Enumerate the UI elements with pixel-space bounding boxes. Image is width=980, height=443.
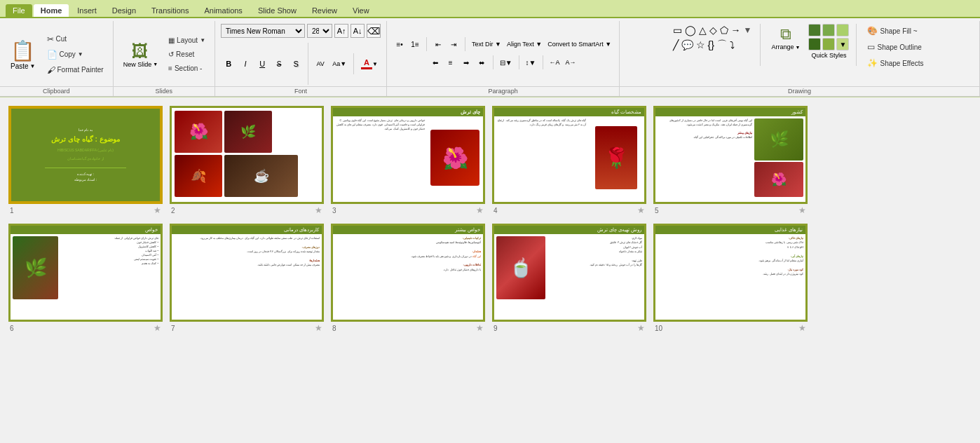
slide7-body: استفاده از چای ترش در طب سنتی سابقه طولا… <box>172 234 322 317</box>
shape-outline-button[interactable]: ▭ Shape Outline <box>864 40 927 54</box>
shape-effects-button[interactable]: ✨ Shape Effects <box>864 56 927 70</box>
ellipse-icon[interactable]: ◯ <box>684 24 697 36</box>
ribbon: File Home Insert Design Transitions Anim… <box>0 0 980 97</box>
tab-review[interactable]: Review <box>305 4 344 17</box>
qs-more[interactable]: ▼ <box>836 38 849 50</box>
slide-star-2: ★ <box>315 205 322 215</box>
slide-frame-8[interactable]: خواص بیشتر ترکیبات شیمیایی: آنتوسیانین‌ه… <box>331 224 485 322</box>
slide1-presenter1: تهیه کننده : <box>77 171 94 177</box>
strikethrough-button[interactable]: S <box>271 56 287 71</box>
shape-fill-button[interactable]: 🎨 Shape Fill ~ <box>864 24 927 38</box>
reset-button[interactable]: ↺ Reset <box>165 48 209 60</box>
slide-thumb-7[interactable]: کاربردهای درمانی استفاده از چای ترش در ط… <box>170 224 324 333</box>
justify-button[interactable]: ⬌ <box>475 55 489 69</box>
tab-view[interactable]: View <box>346 4 376 17</box>
decrease-indent-button[interactable]: ⇤ <box>431 37 445 51</box>
section-button[interactable]: ≡ Section - <box>165 62 209 74</box>
layout-button[interactable]: ▦ Layout ▼ <box>165 34 209 46</box>
slide-thumb-10[interactable]: نیازهای غذایی نیازهای خاکی: خاک شنی-رسی … <box>653 224 808 333</box>
case-button[interactable]: Aa▼ <box>329 56 349 71</box>
qs-item-5[interactable] <box>822 38 835 50</box>
align-left-button[interactable]: ⬅ <box>428 55 442 69</box>
bracket-icon[interactable]: {} <box>707 39 715 51</box>
star-icon[interactable]: ☆ <box>695 39 706 51</box>
arrow-icon[interactable]: → <box>730 24 742 36</box>
italic-button[interactable]: I <box>238 56 253 71</box>
slide-thumb-1[interactable]: به نام خدا موضوع : گیاه چای ترش HIBISCUS… <box>8 106 163 215</box>
qs-item-2[interactable] <box>822 24 835 36</box>
drawing-group: ▭ ◯ △ ◇ ⬠ → ▼ ╱ 💬 ☆ {} ⌒ ⤵ <box>620 21 980 96</box>
ltr-button[interactable]: A→ <box>564 55 578 69</box>
copy-button[interactable]: 📄 Copy ▼ <box>43 48 107 62</box>
slide-frame-4[interactable]: مشخصات گیاه گیاه چای ترش یک گیاه یکساله … <box>492 106 646 204</box>
more-shapes-icon[interactable]: ▼ <box>743 25 753 36</box>
slide-thumb-9[interactable]: روش تهیه‌ی چای ترش 🍵 مواد لازم: گل خشک چ… <box>492 224 646 333</box>
tab-home[interactable]: Home <box>34 4 69 17</box>
tab-animations[interactable]: Animations <box>197 4 249 17</box>
convert-smartart-button[interactable]: Convert to SmartArt ▼ <box>545 37 613 51</box>
bold-button[interactable]: B <box>221 56 236 71</box>
qs-item-1[interactable] <box>808 24 821 36</box>
qs-item-4[interactable] <box>808 38 821 50</box>
align-text-button[interactable]: Align Text ▼ <box>505 37 544 51</box>
clear-format-button[interactable]: ⌫ <box>367 24 381 38</box>
cut-button[interactable]: ✂ Cut <box>43 32 107 46</box>
slide-star-5: ★ <box>798 205 806 215</box>
diamond-icon[interactable]: ◇ <box>709 24 718 36</box>
slide4-img: 🌹 <box>588 116 644 199</box>
slide6-body: چای ترش دارای خواص فراوانی از جمله: • کا… <box>60 236 158 315</box>
rectangle-icon[interactable]: ▭ <box>672 24 683 36</box>
underline-button[interactable]: U <box>254 56 270 71</box>
slide-thumb-5[interactable]: کشور این گیاه بومی آفریقای غربی است اما … <box>653 106 808 215</box>
numbering-button[interactable]: 1≡ <box>408 37 422 51</box>
increase-indent-button[interactable]: ⇥ <box>447 37 461 51</box>
text-direction-button[interactable]: Text Dir ▼ <box>470 37 503 51</box>
new-slide-button[interactable]: 🖼 New Slide ▼ <box>119 40 162 69</box>
quick-styles-button[interactable]: ▼ Quick Styles <box>808 24 849 59</box>
increase-font-button[interactable]: A↑ <box>334 24 348 38</box>
shadow-button[interactable]: S <box>288 56 304 71</box>
line-spacing-button[interactable]: ↕▼ <box>524 55 538 69</box>
slide-frame-2[interactable]: 🌺 🌿 🍂 ☕ <box>170 106 324 204</box>
rtl-button[interactable]: ←A <box>547 55 562 69</box>
arrange-button[interactable]: ⧉ Arrange ▼ <box>768 24 805 52</box>
slide-star-4: ★ <box>637 205 645 215</box>
callout-icon[interactable]: 💬 <box>681 39 694 51</box>
align-right-button[interactable]: ➡ <box>459 55 473 69</box>
slide-thumb-8[interactable]: خواص بیشتر ترکیبات شیمیایی: آنتوسیانین‌ه… <box>331 224 485 333</box>
font-size-select[interactable]: 28 <box>307 24 332 38</box>
line-icon[interactable]: ╱ <box>672 39 679 51</box>
curve-icon[interactable]: ⌒ <box>716 38 728 52</box>
slide-star-7: ★ <box>315 323 322 333</box>
paste-button[interactable]: 📋 Paste ▼ <box>6 37 41 72</box>
tab-file[interactable]: File <box>6 4 32 17</box>
columns-button[interactable]: ⊟▼ <box>498 55 515 69</box>
tab-transitions[interactable]: Transitions <box>144 4 196 17</box>
align-center-button[interactable]: ≡ <box>444 55 458 69</box>
decrease-font-button[interactable]: A↓ <box>351 24 365 38</box>
copy-icon: 📄 <box>47 50 57 60</box>
slide-thumb-2[interactable]: 🌺 🌿 🍂 ☕ 2 ★ <box>170 106 324 215</box>
pentagon-icon[interactable]: ⬠ <box>719 24 729 36</box>
slide-frame-7[interactable]: کاربردهای درمانی استفاده از چای ترش در ط… <box>170 224 324 322</box>
format-painter-button[interactable]: 🖌 Format Painter <box>43 63 107 77</box>
char-spacing-button[interactable]: AV <box>313 56 328 71</box>
slide-frame-9[interactable]: روش تهیه‌ی چای ترش 🍵 مواد لازم: گل خشک چ… <box>492 224 646 322</box>
tab-design[interactable]: Design <box>105 4 143 17</box>
tab-slideshow[interactable]: Slide Show <box>251 4 304 17</box>
bullets-button[interactable]: ≡• <box>393 37 407 51</box>
triangle-icon[interactable]: △ <box>698 24 707 36</box>
slide-thumb-4[interactable]: مشخصات گیاه گیاه چای ترش یک گیاه یکساله … <box>492 106 646 215</box>
font-family-select[interactable]: Times New Roman <box>221 24 305 38</box>
slide-frame-10[interactable]: نیازهای غذایی نیازهای خاکی: خاک شنی-رسی … <box>653 224 808 322</box>
slide-frame-6[interactable]: خواص 🌿 چای ترش دارای خواص فراوانی از جمل… <box>8 224 163 322</box>
slide-thumb-3[interactable]: چای ترش خواص دارویی و درمانی چای ترش بسی… <box>331 106 485 215</box>
slide-frame-1[interactable]: به نام خدا موضوع : گیاه چای ترش HIBISCUS… <box>8 106 163 204</box>
slide-frame-5[interactable]: کشور این گیاه بومی آفریقای غربی است اما … <box>653 106 808 204</box>
slide-frame-3[interactable]: چای ترش خواص دارویی و درمانی چای ترش بسی… <box>331 106 485 204</box>
font-color-button[interactable]: A ▼ <box>358 56 381 71</box>
slide-thumb-6[interactable]: خواص 🌿 چای ترش دارای خواص فراوانی از جمل… <box>8 224 163 333</box>
tab-insert[interactable]: Insert <box>70 4 104 17</box>
connector-icon[interactable]: ⤵ <box>729 39 735 51</box>
qs-item-3[interactable] <box>836 24 849 36</box>
